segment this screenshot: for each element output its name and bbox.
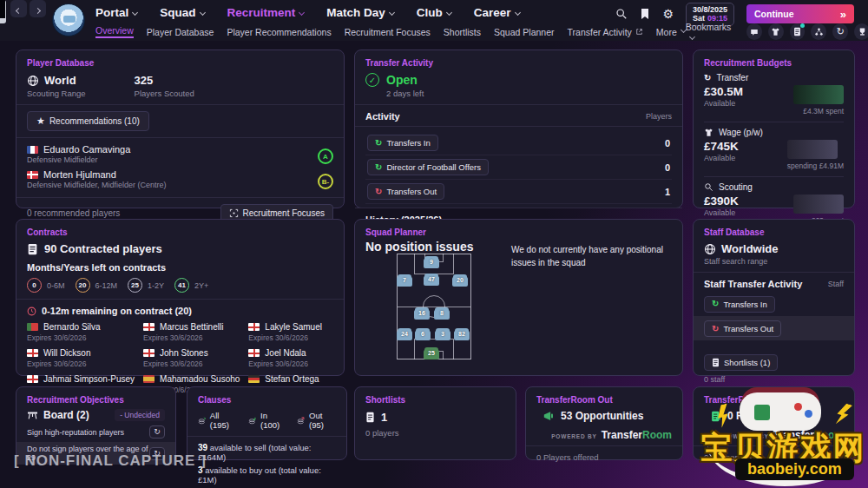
reports-card-icon[interactable]: [790, 23, 806, 40]
flag-england: [143, 323, 155, 331]
globe-icon: [27, 75, 39, 87]
recommendations-button[interactable]: ★ Recommendations (10): [27, 111, 149, 131]
inbox-chat-icon[interactable]: [746, 23, 762, 40]
players-scouted-label: Players Scouted: [135, 89, 194, 98]
tab-recruitment-focuses[interactable]: Recruitment Focuses: [345, 27, 431, 37]
double-chevron-icon: »: [840, 8, 846, 21]
position-issues-message: We do not currently have any positional …: [511, 244, 678, 269]
tactics-icon[interactable]: [811, 23, 826, 40]
panel-title: Clauses: [198, 395, 336, 405]
gear-icon[interactable]: ⚙: [662, 5, 674, 23]
staff-range-label: Staff search range: [704, 257, 844, 266]
formation-shirt[interactable]: 16: [415, 307, 429, 319]
tab-player-database[interactable]: Player Database: [147, 27, 214, 37]
expiring-player[interactable]: Joel NdalaExpires 30/6/2026: [248, 348, 333, 368]
menu-career[interactable]: Career: [474, 6, 520, 19]
trophy-icon[interactable]: [854, 23, 868, 40]
tab-transfer-activity[interactable]: Transfer Activity: [568, 27, 643, 37]
coins-out-icon: [297, 416, 306, 425]
menu-match-day[interactable]: Match Day: [326, 6, 394, 19]
shortlists-count-row[interactable]: 1: [365, 411, 505, 424]
shortlist-icon: [365, 412, 375, 423]
transfer-out-icon: ↻: [712, 325, 719, 333]
chevron-down-icon: [389, 10, 395, 16]
expiring-player[interactable]: Bernardo SilvaExpires 30/6/2026: [27, 322, 135, 342]
transfers-out-row[interactable]: ↻Transfers Out 1: [365, 180, 672, 204]
squad-shirt-icon[interactable]: [768, 23, 784, 40]
formation-shirt[interactable]: 20: [453, 274, 467, 286]
formation-shirt-goalkeeper[interactable]: 25: [424, 347, 438, 359]
contract-badge-0-6m[interactable]: 0: [27, 278, 42, 293]
clauses-out[interactable]: Out (95): [297, 411, 336, 430]
budget-bar: [793, 195, 844, 214]
tab-shortlists[interactable]: Shortlists: [444, 27, 481, 37]
flag-france: [27, 146, 38, 154]
contract-badge-2y-plus[interactable]: 41: [174, 278, 189, 293]
panel-title: Player Database: [27, 58, 333, 68]
transfers-in-row[interactable]: ↻Transfers In 0: [365, 131, 672, 155]
chevron-down-icon: [132, 10, 138, 16]
subnav-tabs: Overview Player Database Player Recommen…: [95, 25, 686, 38]
flag-england: [248, 323, 260, 331]
requirements-row[interactable]: 0 Requirements: [711, 410, 844, 422]
tab-overview[interactable]: Overview: [95, 25, 134, 38]
recommended-count: 0 recommended players: [27, 208, 120, 218]
recommended-player-row[interactable]: Morten Hjulmand Defensive Midfielder, Mi…: [27, 169, 333, 194]
menu-club[interactable]: Club: [417, 6, 451, 19]
formation-shirt[interactable]: 9: [424, 256, 438, 267]
chevron-down-icon: [299, 10, 305, 16]
transferroom-in-panel: TransferRoom In 0 Requirements POWERED B…: [693, 386, 855, 460]
formation-shirt[interactable]: 8: [435, 307, 449, 319]
transfer-budget-row[interactable]: ↻Transfer £30.5M Available £4.3M spent: [704, 68, 844, 122]
dof-offers-row[interactable]: ↻Director of Football Offers 0: [365, 155, 672, 180]
contract-badge-6-12m[interactable]: 20: [76, 278, 90, 293]
expiring-player[interactable]: Lakyle SamuelExpires 30/6/2026: [248, 322, 333, 342]
objective-row[interactable]: Sign high-reputation players ↻: [27, 425, 165, 439]
expiring-header: 0-12m remaining on contract (20): [42, 306, 192, 316]
expiring-player[interactable]: Will DicksonExpires 30/6/2026: [27, 348, 135, 368]
date-value: 30/8/2025: [693, 5, 727, 14]
staff-count: 0 staff: [704, 375, 844, 384]
opportunities-row[interactable]: 53 Opportunities: [543, 410, 672, 422]
staff-shortlists-button[interactable]: Shortlists (1): [704, 354, 778, 371]
panel-title: Shortlists: [365, 395, 505, 405]
menu-recruitment[interactable]: Recruitment: [227, 6, 305, 19]
staff-transfers-in-row[interactable]: ↻Transfers In: [704, 296, 775, 313]
staff-database-panel: Staff Database Worldwide Staff search ra…: [693, 219, 855, 376]
bookmarks-bar: Bookmarks ↻: [686, 22, 868, 43]
clauses-all[interactable]: All (195): [198, 411, 237, 430]
forward-button[interactable]: [30, 0, 46, 17]
recurring-objective-icon[interactable]: ↻: [149, 425, 165, 439]
panel-title: TransferRoom In: [704, 395, 844, 405]
tab-more[interactable]: More: [656, 27, 686, 37]
players-column-header: Players: [646, 112, 672, 121]
expiring-player[interactable]: Marcus BettinelliExpires 30/6/2026: [143, 322, 240, 342]
back-button[interactable]: [10, 0, 27, 17]
staff-transfers-out-row[interactable]: ↻Transfers Out: [704, 320, 781, 337]
tab-squad-planner[interactable]: Squad Planner: [494, 27, 554, 37]
window-status-sub: 2 days left: [386, 89, 672, 98]
formation-shirt[interactable]: 24: [398, 328, 411, 340]
megaphone-icon: [543, 411, 555, 421]
players-offered: 0 Players offered: [536, 452, 672, 462]
tab-player-recommendations[interactable]: Player Recommendations: [227, 27, 331, 37]
menu-portal[interactable]: Portal: [95, 6, 137, 19]
clauses-in[interactable]: In (100): [248, 411, 286, 430]
sync-icon[interactable]: ↻: [832, 23, 848, 40]
bookmarks-menu[interactable]: Bookmarks: [686, 22, 737, 43]
search-icon[interactable]: [615, 5, 628, 23]
transfers-out-count: 1: [665, 187, 670, 197]
expiring-player[interactable]: John StonesExpires 30/6/2026: [143, 348, 240, 368]
menu-squad[interactable]: Squad: [160, 6, 204, 19]
recommended-player-row[interactable]: Eduardo Camavinga Defensive Midfielder A: [27, 144, 333, 168]
formation-shirt[interactable]: 6: [416, 328, 430, 340]
wage-budget-row[interactable]: Wage (p/w) £745K Available spending £4.9…: [704, 122, 844, 176]
contract-badge-1-2y[interactable]: 25: [128, 278, 142, 293]
formation-shirt[interactable]: 7: [398, 274, 411, 286]
bookmark-icon[interactable]: [640, 5, 650, 23]
window-edge-artifact-2: [0, 0, 5, 18]
formation-shirt[interactable]: 3: [436, 328, 450, 340]
formation-shirt[interactable]: 82: [455, 328, 469, 340]
flag-england: [248, 349, 260, 357]
formation-shirt[interactable]: 47: [424, 274, 438, 285]
